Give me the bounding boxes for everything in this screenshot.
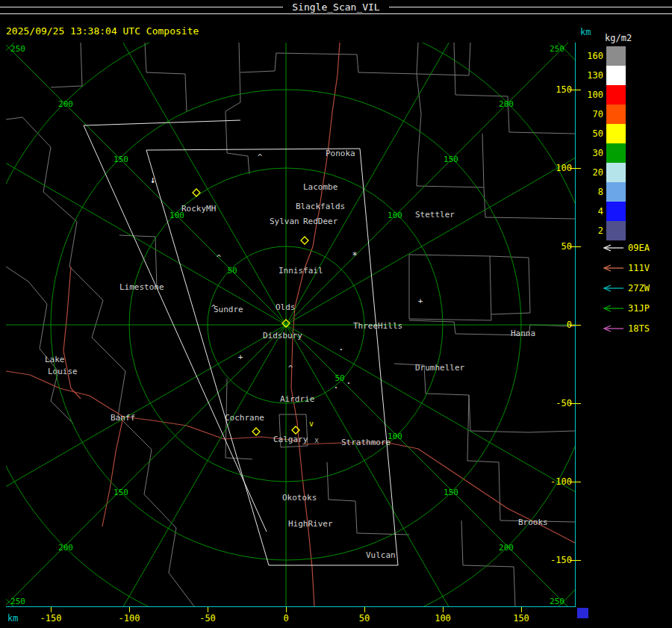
bottom-axis-tick [443, 607, 444, 612]
bottom-axis-tick [286, 607, 287, 612]
city-label: RedDeer [303, 217, 338, 226]
county-boundary-line [409, 255, 491, 320]
city-label: Cochrane [225, 413, 264, 423]
storm-track-legend: 09EA111V27ZW31JP18TS [599, 237, 650, 338]
colorbar-swatch [606, 182, 626, 202]
colorbar-row: 50 [582, 124, 632, 143]
city-label: Hanna [511, 329, 535, 338]
range-label: 150 [113, 155, 128, 164]
colorbar-swatch [606, 124, 626, 143]
city-labels: PonokaLacombeBlackfaldsSylvanRedDeerStet… [45, 149, 548, 560]
storm-id: 18TS [628, 323, 650, 334]
city-label: Lacombe [303, 182, 337, 192]
right-axis-label: 100 [542, 163, 572, 173]
colorbar-swatch [606, 85, 626, 105]
radar-site-marker [252, 428, 260, 435]
map-marker: * [352, 250, 357, 261]
bottom-axis-tick [51, 607, 52, 612]
map-marker: . [333, 379, 339, 391]
range-label: 50 [227, 266, 237, 276]
city-label: Drumheller [415, 363, 465, 373]
city-label: Stettler [415, 210, 455, 220]
county-boundary-line [145, 43, 187, 111]
county-boundary-line [490, 256, 530, 314]
corner-swatch [577, 608, 588, 618]
bottom-axis-unit: km [7, 613, 18, 624]
range-label: 150 [444, 488, 458, 497]
radar-display[interactable]: 5050100100100150150150150200200200200250… [6, 43, 575, 606]
city-label: HighRiver [288, 519, 333, 529]
map-marker: . [338, 341, 344, 352]
bottom-axis-tick [364, 607, 365, 612]
radar-site-marker [193, 189, 200, 196]
storm-arrow-icon [599, 284, 624, 293]
storm-legend-row: 31JP [599, 298, 650, 318]
colorbar-value: 50 [582, 128, 603, 139]
colorbar-swatch [606, 202, 626, 221]
county-boundary-line [467, 395, 575, 522]
city-label: Olds [276, 302, 296, 312]
map-marker: ↓ [150, 174, 156, 185]
colorbar-row: 130 [582, 66, 632, 85]
bottom-axis-label: 100 [426, 613, 459, 624]
range-label: 200 [58, 543, 73, 553]
right-axis-label: 150 [542, 84, 572, 95]
city-label: RockyMH [181, 204, 216, 214]
county-boundary-line [327, 462, 409, 535]
map-marker: + [238, 352, 243, 362]
right-axis-label: -150 [542, 555, 572, 565]
city-label: Okotoks [282, 493, 317, 503]
right-axis-label: 50 [542, 241, 572, 252]
city-label: Blackfalds [296, 202, 345, 211]
city-label: Ponoka [326, 149, 355, 158]
county-boundary-line [482, 134, 484, 187]
colorbar-swatch [606, 163, 626, 182]
county-boundary-line [225, 43, 249, 174]
bottom-axis-label: 150 [505, 613, 538, 624]
city-label: Brooks [518, 517, 548, 527]
coverage-outline [84, 120, 267, 532]
window-title: Single_Scan_VIL [283, 1, 388, 13]
title-rule-right [389, 7, 672, 7]
radar-site-marker [301, 237, 308, 244]
colorbar-value: 70 [582, 109, 603, 119]
city-label: Innisfail [279, 266, 323, 276]
colorbar-value: 100 [582, 90, 603, 100]
map-marker: ^ [288, 364, 293, 373]
city-label: Vulcan [366, 550, 396, 560]
range-label: 150 [444, 155, 458, 164]
city-label: Airdrie [280, 394, 314, 404]
colorbar-rows: 16013010070503020842 [582, 46, 632, 240]
range-label: 250 [550, 597, 564, 606]
bottom-axis-tick [129, 607, 130, 612]
highway-line [63, 267, 81, 399]
bottom-axis-label: -50 [191, 613, 224, 624]
county-boundary-line [417, 43, 421, 186]
map-marker: ^ [217, 253, 222, 263]
county-boundary-line [418, 43, 470, 75]
storm-arrow-icon [599, 264, 624, 273]
storm-id: 27ZW [628, 283, 650, 293]
city-label: Didsbury [263, 331, 302, 341]
colorbar-swatch [606, 66, 626, 85]
storm-legend-row: 27ZW [599, 278, 650, 298]
city-label: Sundre [214, 305, 243, 314]
range-label: 250 [10, 597, 25, 606]
highway-line [102, 417, 123, 526]
city-label: Calgary [273, 435, 308, 444]
range-label: 100 [388, 211, 402, 220]
coverage-outlines [84, 120, 398, 565]
range-label: 150 [113, 488, 128, 497]
right-axis-label: 0 [542, 320, 572, 330]
storm-id: 09EA [628, 243, 650, 253]
city-label: Strathmore [341, 438, 391, 447]
bottom-axis-tick [521, 607, 522, 612]
colorbar-value: 30 [582, 148, 603, 158]
title-bar: Single_Scan_VIL [0, 0, 672, 13]
map-marker: . [346, 375, 352, 386]
storm-id: 111V [628, 263, 650, 273]
radar-app-window: Single_Scan_VIL 2025/09/25 13:38:04 UTC … [0, 0, 672, 628]
storm-legend-row: 111V [599, 258, 650, 278]
map-marker: + [418, 296, 423, 306]
storm-id: 31JP [628, 303, 650, 314]
